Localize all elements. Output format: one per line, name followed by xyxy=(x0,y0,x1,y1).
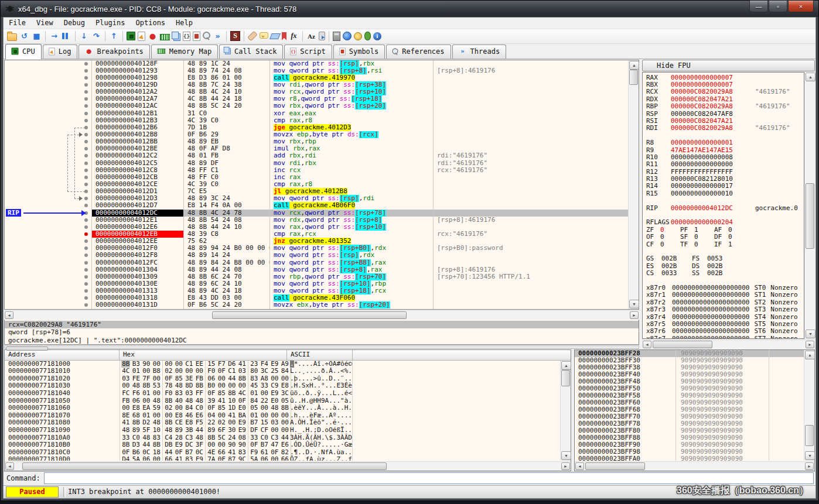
text-encoding-icon[interactable]: Az xyxy=(306,31,316,41)
labels-icon[interactable] xyxy=(269,33,281,39)
memory-map-icon[interactable] xyxy=(160,34,170,40)
maximize-button[interactable]: ▫ xyxy=(769,1,787,12)
functions-icon[interactable]: fx xyxy=(289,31,299,41)
stack-row[interactable]: 00000000023BFF289090909090909090 xyxy=(575,350,804,357)
call-stack-icon[interactable] xyxy=(173,33,180,41)
registers-pane[interactable]: RAX0000000000000007RBX0000000000000007RC… xyxy=(642,72,804,339)
scroll-down-button[interactable]: ▼ xyxy=(561,451,571,460)
disasm-row[interactable]: 000000000040130E48 89 6C 24 10mov qword … xyxy=(5,280,628,287)
hex-byte[interactable]: E0 xyxy=(238,404,247,412)
register-value[interactable]: 000000C082047A21 xyxy=(671,95,733,103)
menu-item-view[interactable]: View xyxy=(31,18,59,28)
instruction-dot[interactable] xyxy=(84,296,88,300)
instruction-dot[interactable] xyxy=(84,289,88,293)
step-into-icon[interactable]: ↓ xyxy=(79,31,89,41)
calculator-icon[interactable] xyxy=(333,32,340,41)
hex-byte[interactable]: 00 xyxy=(121,404,130,412)
hex-byte[interactable]: 00 xyxy=(270,456,279,460)
hex-byte[interactable]: B8 xyxy=(152,368,161,375)
execute-till-return-icon[interactable]: ↑ xyxy=(109,31,119,41)
instruction-dot[interactable] xyxy=(84,126,88,129)
register-line[interactable]: R150000000000000010 xyxy=(646,190,804,197)
instruction-dot[interactable] xyxy=(84,162,88,165)
hex-byte[interactable]: 48 xyxy=(121,427,130,434)
segment-value[interactable]: 002B xyxy=(707,270,738,277)
instruction-dot[interactable] xyxy=(84,261,88,265)
disasm-row[interactable]: 00000000004012FC48 89 84 24 B8 00 00 00m… xyxy=(5,259,628,266)
hex-byte[interactable]: 0F xyxy=(207,404,216,412)
hex-byte[interactable]: 00 xyxy=(175,368,183,375)
references-icon[interactable]: » xyxy=(213,31,223,41)
disasm-row[interactable]: 00000000004012BB48 89 EBmov rbx,rbp xyxy=(5,138,628,145)
register-value[interactable]: 0000000000000017 xyxy=(671,182,733,190)
scroll-right-button[interactable]: ► xyxy=(630,311,639,319)
hex-byte[interactable]: 44 xyxy=(195,427,204,434)
scroll-down-button[interactable]: ▼ xyxy=(629,300,639,308)
menu-item-debug[interactable]: Debug xyxy=(59,18,90,28)
hex-byte[interactable]: 7A xyxy=(207,456,216,460)
tab-memory-map[interactable]: Memory Map xyxy=(151,44,218,59)
hex-byte[interactable]: 8B xyxy=(227,390,236,397)
register-value[interactable]: 000000C082047A21 xyxy=(671,117,733,125)
disasm-row[interactable]: 00000000004012F848 89 14 24mov qword ptr… xyxy=(5,252,628,259)
instruction-dot[interactable] xyxy=(84,303,88,307)
ascii-selected-char[interactable]: . xyxy=(290,361,294,368)
instruction-dot[interactable] xyxy=(84,253,88,257)
tab-script[interactable]: {}Script xyxy=(284,44,332,59)
hex-byte[interactable]: E8 xyxy=(132,404,141,412)
scroll-thumb[interactable] xyxy=(6,347,48,351)
instruction-dot[interactable] xyxy=(84,197,88,200)
hex-byte[interactable]: F9 xyxy=(195,456,204,460)
register-value[interactable]: 0000000000000007 xyxy=(671,81,733,88)
hex-byte[interactable]: 83 xyxy=(185,456,193,460)
instruction-dot[interactable] xyxy=(84,62,88,66)
about-icon[interactable]: i xyxy=(373,32,381,40)
menu-item-help[interactable]: Help xyxy=(170,18,198,28)
hex-byte[interactable]: 1D xyxy=(227,404,236,412)
hex-byte[interactable]: 00 xyxy=(142,368,151,375)
hex-byte[interactable]: 00 xyxy=(270,427,279,434)
register-line[interactable]: RIP00000000004012DCgocrackme.0 xyxy=(646,205,804,212)
hex-byte[interactable]: C0 xyxy=(195,404,204,412)
instruction-dot[interactable] xyxy=(84,225,88,229)
disasm-row[interactable]: 00000000004012D7E8 14 F4 0A 00call gocra… xyxy=(5,202,628,209)
cpu-icon[interactable] xyxy=(127,32,135,40)
hex-byte[interactable]: 00 xyxy=(152,456,161,460)
flags-line[interactable]: CF0TF0IF1 xyxy=(646,241,804,248)
hex-byte[interactable]: 06 xyxy=(260,456,269,460)
log-icon[interactable] xyxy=(138,32,145,41)
register-value[interactable]: 0000000000000010 xyxy=(671,190,733,197)
flags-line[interactable]: ZF0PF1AF0 xyxy=(646,227,804,234)
restart-icon[interactable]: ↺ xyxy=(19,31,29,41)
instruction-dot[interactable] xyxy=(84,133,88,136)
comments-icon[interactable] xyxy=(260,32,268,39)
hide-fpu-button[interactable]: Hide FPU xyxy=(642,60,815,71)
internet-icon[interactable] xyxy=(343,32,352,40)
info-line[interactable]: gocrackme.exe[12DC] | ".text":0000000000… xyxy=(5,337,639,345)
hex-byte[interactable]: B7 xyxy=(260,441,269,449)
hex-byte[interactable]: 48 xyxy=(164,427,173,434)
attach-icon[interactable] xyxy=(319,32,325,40)
instruction-dot[interactable] xyxy=(84,190,88,193)
hex-byte[interactable]: 90 xyxy=(238,441,247,449)
hex-byte[interactable]: 89 xyxy=(207,427,216,434)
hex-byte[interactable]: 80 xyxy=(250,368,258,375)
scroll-thumb[interactable] xyxy=(585,462,645,470)
hex-byte[interactable]: 00 xyxy=(175,404,183,412)
hex-byte[interactable]: 66 xyxy=(164,456,173,460)
hex-byte[interactable]: DF xyxy=(250,427,258,434)
step-over-icon[interactable]: ↷ xyxy=(91,31,101,41)
disasm-row[interactable]: 00000000004012CB48 FF C0inc rax xyxy=(5,174,628,181)
scroll-thumb[interactable] xyxy=(561,370,570,386)
disasm-row[interactable]: 00000000004012E148 8B 54 24 08mov rdx,qw… xyxy=(5,217,628,224)
donate-icon[interactable] xyxy=(354,32,362,40)
hex-byte[interactable]: E9 xyxy=(238,427,247,434)
scroll-right-button[interactable]: ► xyxy=(561,462,570,470)
dump-row[interactable]: 000000007718109048895F1048893B44896F30E9… xyxy=(5,427,560,434)
dump-vertical-scrollbar[interactable]: ▲ ▼ xyxy=(560,361,571,461)
instruction-dot[interactable] xyxy=(84,246,88,250)
hex-byte[interactable]: 44 xyxy=(142,441,151,449)
breakpoint-dot[interactable] xyxy=(84,232,88,236)
hex-byte[interactable]: 30 xyxy=(227,427,236,434)
disasm-row[interactable]: 00000000004012C548 89 DFmov rdi,rbxrdi:"… xyxy=(5,160,628,167)
